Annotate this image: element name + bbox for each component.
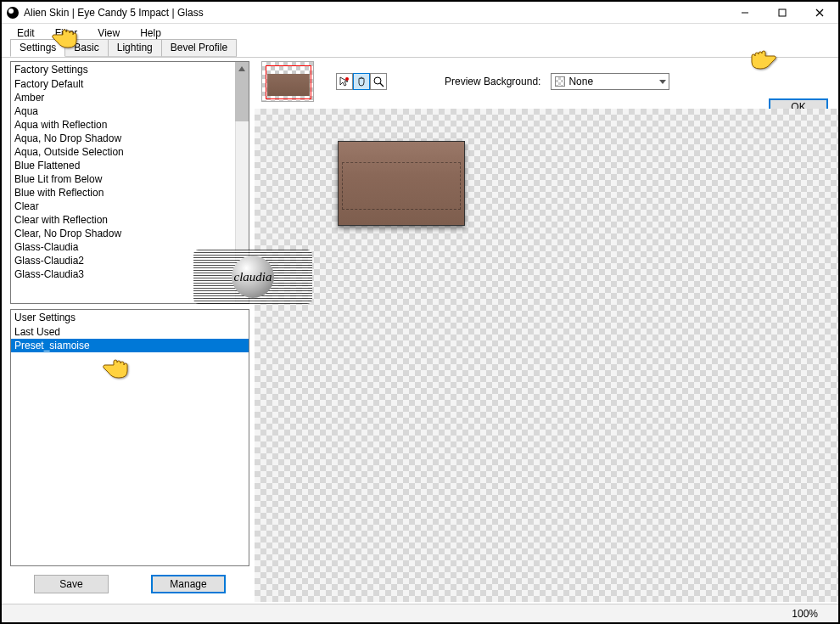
list-item[interactable]: Clear with Reflection: [11, 213, 249, 227]
app-icon: [7, 7, 19, 19]
list-item[interactable]: Amber: [11, 91, 249, 104]
svg-marker-4: [238, 66, 245, 71]
tab-settings[interactable]: Settings: [10, 39, 65, 57]
list-item[interactable]: Clear: [11, 200, 249, 213]
list-item[interactable]: Preset_siamoise: [11, 339, 249, 352]
zoom-level: 100%: [792, 608, 818, 620]
list-item[interactable]: Blue Lit from Below: [11, 172, 249, 186]
close-button[interactable]: [801, 2, 838, 24]
settings-panel: Factory Settings Factory DefaultAmberAqu…: [2, 58, 255, 602]
svg-point-5: [345, 77, 349, 81]
list-item[interactable]: Factory Default: [11, 77, 249, 91]
list-item[interactable]: Aqua with Reflection: [11, 118, 249, 132]
factory-settings-header: Factory Settings: [11, 62, 249, 77]
preview-background-value: None: [568, 76, 593, 87]
maximize-button[interactable]: [764, 2, 801, 24]
tab-bevel-profile[interactable]: Bevel Profile: [161, 39, 237, 57]
titlebar: Alien Skin | Eye Candy 5 Impact | Glass: [2, 2, 838, 24]
list-item[interactable]: Aqua: [11, 104, 249, 118]
zoom-tool[interactable]: [370, 73, 387, 90]
pointer-tool[interactable]: [336, 73, 353, 90]
preview-toolbar: Preview Background: None: [255, 58, 838, 104]
tab-lighting[interactable]: Lighting: [108, 39, 162, 57]
user-settings-header: User Settings: [11, 310, 249, 325]
svg-marker-8: [659, 80, 666, 84]
svg-line-7: [380, 83, 384, 87]
preset-buttons: Save Manage: [10, 571, 249, 597]
list-item[interactable]: Blue Flattened: [11, 159, 249, 172]
chevron-down-icon: [658, 76, 667, 87]
factory-settings-list[interactable]: Factory Settings Factory DefaultAmberAqu…: [10, 61, 249, 304]
save-button[interactable]: Save: [34, 575, 109, 593]
list-item[interactable]: Aqua, No Drop Shadow: [11, 132, 249, 145]
list-item[interactable]: Glass-Claudia: [11, 240, 249, 254]
preview-pane: Preview Background: None OK Cancel: [255, 58, 838, 602]
transparency-icon: [555, 76, 565, 87]
list-item[interactable]: Glass-Claudia2: [11, 254, 249, 267]
tabbar: Settings Basic Lighting Bevel Profile: [2, 41, 838, 58]
navigator-thumbnail[interactable]: [261, 61, 314, 102]
tab-basic[interactable]: Basic: [64, 39, 108, 57]
svg-rect-1: [779, 9, 786, 16]
minimize-button[interactable]: [726, 2, 764, 24]
preview-canvas[interactable]: [255, 109, 838, 602]
navigator-selection: [266, 65, 311, 99]
list-item[interactable]: Aqua, Outside Selection: [11, 145, 249, 159]
manage-button[interactable]: Manage: [151, 575, 226, 593]
scrollbar[interactable]: [235, 62, 249, 303]
statusbar: 100%: [2, 604, 838, 622]
preview-background-label: Preview Background:: [445, 76, 540, 87]
hand-tool[interactable]: [353, 73, 370, 90]
list-item[interactable]: Blue with Reflection: [11, 186, 249, 200]
svg-point-6: [374, 77, 381, 84]
window-title: Alien Skin | Eye Candy 5 Impact | Glass: [24, 7, 726, 19]
list-item[interactable]: Clear, No Drop Shadow: [11, 227, 249, 240]
list-item[interactable]: Glass-Claudia3: [11, 267, 249, 281]
preview-background-select[interactable]: None: [551, 73, 669, 90]
user-settings-list[interactable]: User Settings Last UsedPreset_siamoise: [10, 309, 249, 566]
preview-image: [338, 141, 465, 226]
list-item[interactable]: Last Used: [11, 325, 249, 339]
